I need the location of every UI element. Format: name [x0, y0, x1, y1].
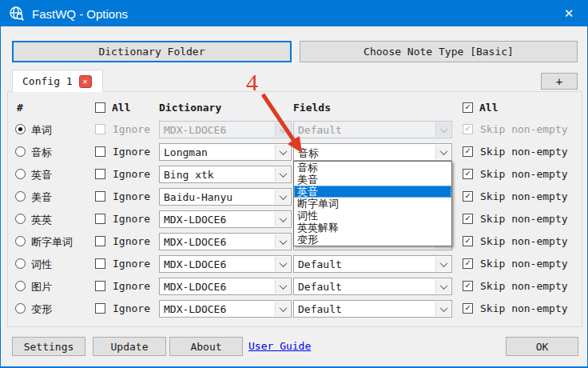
dictionary-select[interactable]: Bing xtk	[159, 166, 292, 183]
skip-label: Skip non-empty	[480, 280, 568, 292]
dropdown-option-selected[interactable]: 英音	[294, 186, 451, 198]
skip-checkbox[interactable]: ✓	[463, 236, 473, 246]
dictionary-folder-button[interactable]: Dictionary Folder	[12, 41, 292, 62]
check-icon: ✓	[465, 124, 471, 133]
ignore-checkbox[interactable]	[95, 169, 105, 179]
chevron-down-icon[interactable]	[275, 145, 290, 159]
row-radio[interactable]	[15, 191, 26, 202]
ignore-checkbox[interactable]	[95, 236, 105, 246]
row-label: 词性	[31, 258, 52, 272]
chevron-down-icon[interactable]	[275, 167, 290, 182]
row-radio[interactable]	[15, 169, 26, 179]
row-label: 英英	[31, 213, 52, 227]
dictionary-select[interactable]: MDX-LDOCE6	[159, 233, 292, 250]
dictionary-select[interactable]: Baidu-Hanyu	[159, 188, 292, 206]
dropdown-option[interactable]: 变形	[294, 234, 451, 246]
options-dialog: FastWQ - Options ✕ Dictionary Folder Cho…	[0, 0, 588, 368]
skip-label: Skip non-empty	[480, 146, 568, 158]
check-icon: ✓	[465, 102, 471, 111]
title-bar: FastWQ - Options ✕	[1, 1, 587, 26]
ignore-checkbox[interactable]	[95, 146, 105, 157]
dictionary-select[interactable]: MDX-LDOCE6	[159, 278, 292, 295]
window-close-button[interactable]: ✕	[550, 1, 587, 26]
skip-label: Skip non-empty	[480, 213, 568, 225]
check-icon: ✓	[465, 169, 471, 178]
skip-checkbox[interactable]: ✓	[463, 258, 473, 269]
table-row: 词性 Ignore MDX-LDOCE6 Default ✓ Skip non-…	[1, 255, 588, 273]
tab-label: Config 1	[22, 75, 73, 87]
row-radio[interactable]	[15, 214, 26, 224]
dictionary-select[interactable]: MDX-LDOCE6	[159, 255, 292, 273]
ok-button[interactable]: OK	[506, 337, 578, 356]
col-header-all-right: All	[479, 102, 498, 114]
ignore-checkbox[interactable]	[95, 214, 105, 224]
check-icon: ✓	[465, 146, 471, 155]
chevron-down-icon[interactable]	[275, 234, 290, 249]
dropdown-option[interactable]: 美音	[294, 174, 451, 186]
ignore-checkbox[interactable]	[95, 191, 105, 202]
row-radio[interactable]	[15, 146, 26, 157]
all-ignore-checkbox[interactable]	[95, 102, 105, 113]
chevron-down-icon[interactable]	[275, 212, 290, 226]
settings-button[interactable]: Settings	[12, 337, 85, 356]
tab-config-1[interactable]: Config 1 ✕	[12, 70, 103, 92]
skip-checkbox[interactable]: ✓	[463, 281, 473, 291]
dictionary-select[interactable]: Longman	[159, 143, 292, 161]
dropdown-option[interactable]: 英英解释	[294, 222, 451, 234]
chevron-down-icon[interactable]	[435, 279, 451, 294]
row-radio[interactable]	[15, 124, 26, 134]
chevron-down-icon[interactable]	[275, 190, 290, 204]
fields-select[interactable]: Default	[293, 278, 452, 295]
skip-label: Skip non-empty	[480, 235, 568, 247]
chevron-down-icon[interactable]	[435, 257, 451, 271]
all-skip-checkbox[interactable]: ✓	[463, 102, 473, 113]
table-row: 单词 Ignore MDX-LDOCE6 Default ✓ Skip non-…	[1, 121, 588, 138]
row-label: 美音	[31, 190, 52, 205]
chevron-down-icon[interactable]	[435, 145, 451, 159]
row-label: 音标	[31, 146, 52, 160]
row-label: 断字单词	[31, 235, 73, 250]
dropdown-option[interactable]: 词性	[294, 210, 451, 222]
ignore-checkbox[interactable]	[95, 303, 105, 314]
check-icon: ✓	[465, 258, 471, 267]
skip-label: Skip non-empty	[480, 258, 568, 270]
dictionary-select[interactable]: MDX-LDOCE6	[159, 300, 292, 318]
check-icon: ✓	[465, 236, 471, 245]
skip-label: Skip non-empty	[480, 302, 568, 314]
choose-note-type-button[interactable]: Choose Note Type [Basic]	[300, 41, 578, 62]
chevron-down-icon[interactable]	[275, 257, 290, 271]
add-config-button[interactable]: +	[541, 73, 578, 90]
table-row: 音标 Ignore Longman 音标 ✓ Skip non-empty	[1, 143, 588, 161]
about-button[interactable]: About	[169, 337, 243, 356]
skip-checkbox[interactable]: ✓	[463, 146, 473, 157]
check-icon: ✓	[465, 303, 471, 312]
ignore-label: Ignore	[113, 213, 150, 225]
skip-checkbox[interactable]: ✓	[463, 214, 473, 224]
skip-checkbox[interactable]: ✓	[463, 169, 473, 179]
chevron-down-icon[interactable]	[275, 302, 290, 316]
col-header-number: #	[17, 102, 23, 114]
fields-select[interactable]: Default	[293, 300, 452, 318]
chevron-down-icon[interactable]	[275, 279, 290, 294]
dictionary-select[interactable]: MDX-LDOCE6	[159, 210, 292, 228]
row-radio[interactable]	[15, 303, 26, 314]
row-radio[interactable]	[15, 236, 26, 246]
chevron-down-icon[interactable]	[435, 302, 451, 316]
ignore-checkbox[interactable]	[95, 258, 105, 269]
fields-select-open[interactable]: 音标	[293, 143, 452, 161]
tab-close-icon[interactable]: ✕	[79, 75, 92, 88]
update-button[interactable]: Update	[93, 337, 166, 356]
skip-checkbox: ✓	[463, 124, 473, 134]
fields-select[interactable]: Default	[293, 255, 452, 273]
row-label: 图片	[31, 280, 52, 294]
chevron-down-icon	[435, 122, 451, 137]
skip-checkbox[interactable]: ✓	[463, 191, 473, 202]
user-guide-link[interactable]: User Guide	[248, 340, 311, 352]
fields-select: Default	[293, 121, 452, 138]
row-radio[interactable]	[15, 258, 26, 269]
ignore-checkbox[interactable]	[95, 281, 105, 291]
row-radio[interactable]	[15, 281, 26, 291]
dropdown-option[interactable]: 音标	[294, 162, 451, 174]
skip-checkbox[interactable]: ✓	[463, 303, 473, 314]
dropdown-option[interactable]: 断字单词	[294, 198, 451, 210]
